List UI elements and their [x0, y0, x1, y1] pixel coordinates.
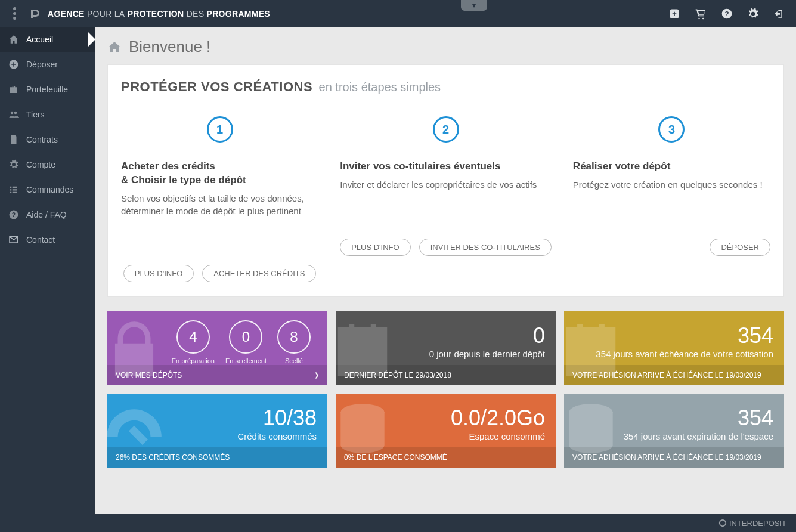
tile-expiration[interactable]: 354354 jours avant expiration de l'espac…	[564, 394, 784, 468]
database-icon	[564, 398, 624, 464]
last-deposit-label: 0 jour depuis le dernier dépôt	[429, 349, 545, 359]
footer-brand[interactable]: INTERDEPOSIT	[729, 519, 786, 528]
sidebar-item-label: Contrats	[26, 135, 58, 144]
database-icon	[336, 398, 395, 464]
expiration-label: 354 jours avant expiration de l'espace	[624, 431, 773, 441]
sidebar: AccueilDéposerPortefeuilleTiersContratsC…	[0, 27, 95, 514]
svg-point-7	[720, 520, 726, 527]
main-content: Bienvenue ! PROTÉGER VOS CRÉATIONS en tr…	[95, 27, 796, 514]
home-icon	[8, 34, 19, 45]
sidebar-item-label: Accueil	[26, 35, 53, 44]
step-number: 2	[433, 116, 459, 143]
logo-icon	[29, 7, 43, 21]
sidebar-item-commandes[interactable]: Commandes	[0, 177, 95, 202]
list-icon	[8, 184, 19, 195]
step-1: 1Acheter des crédits& Choisir le type de…	[121, 116, 318, 282]
protect-heading: PROTÉGER VOS CRÉATIONS	[121, 79, 312, 94]
page-title-text: Bienvenue !	[129, 38, 210, 56]
brand-block[interactable]: AGENCE POUR LA PROTECTION DES PROGRAMMES	[29, 7, 270, 21]
cart-icon[interactable]	[695, 8, 707, 20]
step-3-action-1[interactable]: DÉPOSER	[710, 239, 770, 256]
expiration-days: 354	[738, 407, 773, 429]
space-value: 0.0/2.0Go	[451, 407, 545, 429]
brand-text: AGENCE POUR LA PROTECTION DES PROGRAMMES	[48, 9, 270, 18]
calendar-icon	[336, 316, 395, 382]
depots-scell-count: 0	[229, 320, 262, 354]
sidebar-item-compte[interactable]: Compte	[0, 152, 95, 177]
interdeposit-icon	[718, 519, 727, 527]
sidebar-item-label: Aide / FAQ	[26, 210, 67, 219]
depots-prep-label: En préparation	[172, 357, 215, 364]
sidebar-item-contrats[interactable]: Contrats	[0, 127, 95, 152]
settings-icon[interactable]	[747, 8, 759, 20]
step-desc: Protégez votre création en quelques seco…	[573, 178, 770, 191]
depots-scell-label: En scellement	[225, 357, 267, 364]
credits-label: Crédits consommés	[237, 431, 317, 441]
sidebar-item-label: Tiers	[26, 110, 45, 119]
step-title: Acheter des crédits& Choisir le type de …	[121, 160, 318, 187]
tile-last-deposit[interactable]: 00 jour depuis le dernier dépôt DERNIER …	[336, 311, 556, 385]
protect-subheading: en trois étapes simples	[319, 81, 441, 94]
chevron-right-icon: ❯	[314, 372, 319, 378]
sidebar-item-deposer[interactable]: Déposer	[0, 52, 95, 77]
step-2: 2Inviter vos co-titulaires éventuelsInvi…	[340, 116, 552, 282]
home-icon	[107, 40, 122, 54]
tile-credits[interactable]: 10/38Crédits consommés 26% DES CRÉDITS C…	[107, 394, 327, 468]
step-2-action-1[interactable]: PLUS D'INFO	[340, 239, 411, 256]
tile-depots[interactable]: 4En préparation 0En scellement 8Scellé V…	[107, 311, 327, 385]
step-number: 3	[658, 116, 685, 143]
plus-icon	[8, 59, 19, 70]
dashboard-tiles: 4En préparation 0En scellement 8Scellé V…	[107, 311, 784, 468]
users-icon	[8, 109, 19, 120]
gauge-icon	[107, 398, 167, 464]
topbar-actions	[668, 8, 785, 20]
logout-icon[interactable]	[773, 8, 785, 20]
step-3: 3Réaliser votre dépôtProtégez votre créa…	[573, 116, 770, 282]
space-label: Espace consommé	[469, 431, 545, 441]
last-deposit-days: 0	[533, 325, 545, 347]
step-1-action-2[interactable]: ACHETER DES CRÉDITS	[202, 265, 316, 282]
step-1-action-1[interactable]: PLUS D'INFO	[123, 265, 194, 282]
menu-toggle[interactable]	[6, 7, 23, 20]
depots-selle-label: Scellé	[285, 357, 303, 364]
step-2-action-2[interactable]: INVITER DES CO-TITULAIRES	[419, 239, 552, 256]
step-desc: Inviter et déclarer les copropriétaires …	[340, 178, 552, 191]
briefcase-icon	[8, 84, 19, 95]
dropdown-tab[interactable]: ▾	[461, 0, 487, 11]
cotisation-days: 354	[738, 325, 773, 347]
bottombar: INTERDEPOSIT	[0, 514, 796, 532]
cotisation-label: 354 jours avant échéance de votre cotisa…	[596, 349, 773, 359]
file-icon	[8, 134, 19, 145]
sidebar-item-label: Commandes	[26, 185, 73, 194]
sidebar-item-label: Portefeuille	[26, 85, 68, 94]
sidebar-item-label: Contact	[26, 235, 55, 245]
sidebar-item-label: Compte	[26, 160, 55, 169]
sidebar-item-accueil[interactable]: Accueil	[0, 27, 95, 52]
depots-selle-count: 8	[277, 320, 311, 354]
step-desc: Selon vos objectifs et la taille de vos …	[121, 192, 318, 217]
mail-icon	[8, 234, 19, 245]
add-icon[interactable]	[668, 8, 680, 20]
sidebar-item-label: Déposer	[26, 60, 58, 69]
sidebar-item-contact[interactable]: Contact	[0, 227, 95, 252]
tile-space[interactable]: 0.0/2.0GoEspace consommé 0% DE L'ESPACE …	[336, 394, 556, 468]
page-title: Bienvenue !	[107, 38, 784, 56]
step-title: Inviter vos co-titulaires éventuels	[340, 160, 552, 174]
help-icon[interactable]	[721, 8, 733, 20]
tile-cotisation[interactable]: 354354 jours avant échéance de votre cot…	[564, 311, 784, 385]
sidebar-item-portefeuille[interactable]: Portefeuille	[0, 77, 95, 102]
step-title: Réaliser votre dépôt	[573, 160, 770, 174]
sidebar-item-tiers[interactable]: Tiers	[0, 102, 95, 127]
gear-icon	[8, 159, 19, 170]
step-number: 1	[207, 116, 233, 143]
credits-value: 10/38	[263, 407, 317, 429]
help-icon	[8, 209, 19, 220]
topbar: AGENCE POUR LA PROTECTION DES PROGRAMMES…	[0, 0, 796, 27]
protect-card: PROTÉGER VOS CRÉATIONS en trois étapes s…	[107, 64, 784, 297]
depots-prep-count: 4	[176, 320, 210, 354]
lock-icon	[107, 316, 167, 382]
sidebar-item-aide[interactable]: Aide / FAQ	[0, 202, 95, 227]
